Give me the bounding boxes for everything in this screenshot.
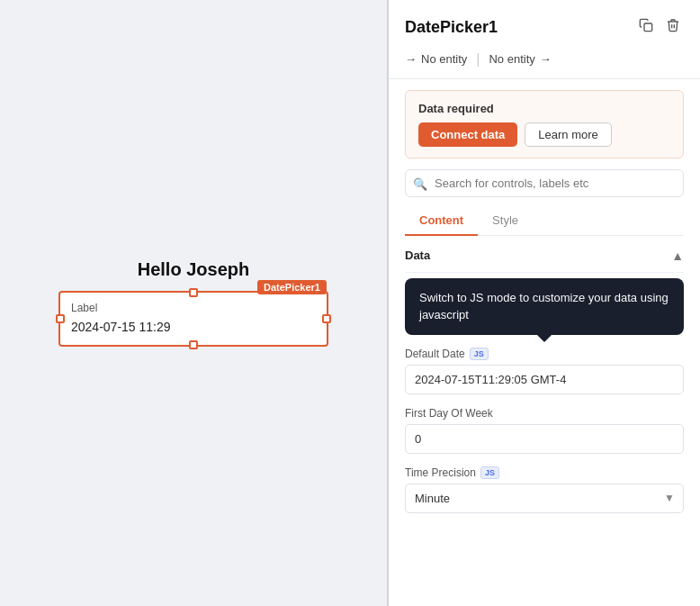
entity-right[interactable]: No entity → (489, 50, 551, 68)
widget-field-value: 2024-07-15 11:29 (71, 320, 316, 334)
resize-handle-right[interactable] (322, 314, 331, 323)
tab-style[interactable]: Style (478, 206, 533, 236)
copy-button[interactable] (635, 16, 657, 38)
collapse-button[interactable]: ▲ (671, 249, 684, 263)
canvas-content: Hello Joseph DatePicker1 Label 2024-07-1… (58, 259, 328, 347)
widget-tag: DatePicker1 (257, 280, 327, 294)
search-icon: 🔍 (413, 176, 427, 190)
entity-right-arrow: → (540, 52, 552, 66)
properties-panel: DatePicker1 → No entity | No entity → (389, 0, 700, 606)
entity-right-label: No entity (489, 52, 534, 66)
banner-content: Data required Connect data Learn more (418, 102, 612, 147)
time-precision-select-wrap: Minute Second Hour ▼ (405, 484, 684, 513)
widget-field-label: Label (71, 302, 316, 314)
entity-left-label: No entity (421, 52, 467, 66)
properties-header: DatePicker1 → No entity | No entity → (389, 0, 700, 79)
default-date-input[interactable] (405, 365, 684, 394)
canvas-panel: Hello Joseph DatePicker1 Label 2024-07-1… (0, 0, 387, 606)
first-day-field: First Day Of Week (405, 407, 684, 454)
js-badge-0: JS (470, 348, 489, 360)
search-input[interactable] (405, 169, 684, 197)
svg-rect-0 (644, 23, 652, 32)
banner-title: Data required (418, 102, 612, 115)
banner-buttons: Connect data Learn more (418, 122, 612, 147)
right-body: Data ▲ Switch to JS mode to customize yo… (389, 236, 700, 607)
data-section-header: Data ▲ (405, 236, 684, 273)
hello-text: Hello Joseph (138, 259, 249, 280)
time-precision-field: Time Precision JS Minute Second Hour ▼ (405, 466, 684, 513)
datepicker-widget[interactable]: DatePicker1 Label 2024-07-15 11:29 (58, 291, 328, 347)
first-day-input[interactable] (405, 424, 684, 454)
section-title: Data (405, 249, 430, 262)
search-bar: 🔍 (405, 169, 684, 197)
default-date-field: Default Date JS (405, 348, 684, 394)
default-date-label: Default Date JS (405, 348, 684, 360)
time-precision-label: Time Precision JS (405, 466, 684, 479)
header-actions (635, 16, 684, 38)
tooltip-text: Switch to JS mode to customize your data… (419, 291, 669, 322)
time-precision-select[interactable]: Minute Second Hour (405, 484, 684, 513)
resize-handle-left[interactable] (56, 314, 65, 323)
entity-separator: | (476, 51, 480, 68)
tooltip-arrow (537, 335, 552, 342)
first-day-label: First Day Of Week (405, 407, 684, 420)
js-mode-tooltip: Switch to JS mode to customize your data… (405, 278, 684, 335)
tab-content[interactable]: Content (405, 206, 478, 236)
entity-row: → No entity | No entity → (405, 50, 684, 68)
resize-handle-top[interactable] (189, 288, 198, 297)
tabs-row: Content Style (405, 206, 684, 236)
connect-data-button[interactable]: Connect data (418, 122, 517, 147)
delete-button[interactable] (662, 16, 684, 38)
entity-left[interactable]: → No entity (405, 50, 467, 68)
js-badge-2: JS (480, 466, 499, 479)
entity-left-arrow: → (405, 52, 417, 66)
resize-handle-bottom[interactable] (189, 340, 198, 349)
panel-title: DatePicker1 (405, 18, 498, 37)
data-required-banner: Data required Connect data Learn more (405, 90, 684, 158)
learn-more-button[interactable]: Learn more (525, 122, 611, 147)
title-row: DatePicker1 (405, 16, 684, 38)
